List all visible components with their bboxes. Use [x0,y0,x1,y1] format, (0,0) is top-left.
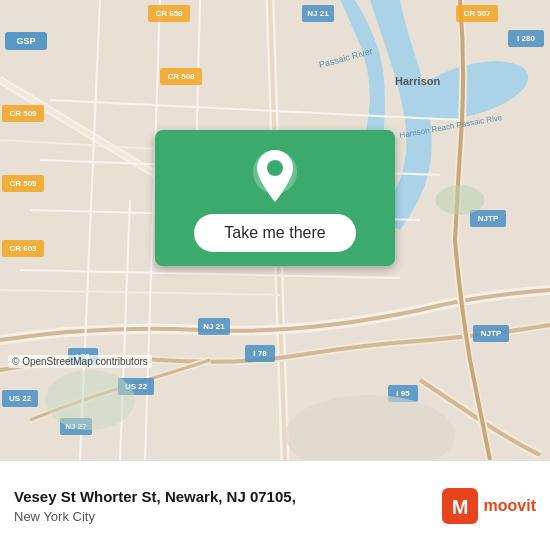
svg-text:Harrison: Harrison [395,75,441,87]
svg-text:I 78: I 78 [253,349,267,358]
svg-text:US 22: US 22 [9,394,32,403]
osm-credit: © OpenStreetMap contributors [8,355,152,368]
address-line1: Vesey St Whorter St, Newark, NJ 07105, [14,487,432,507]
moovit-icon: M [442,488,478,524]
svg-point-56 [45,370,135,430]
map-container: GSP CR 658 NJ 21 CR 507 I 280 CR 509 CR … [0,0,550,460]
svg-text:I 95: I 95 [396,389,410,398]
address-block: Vesey St Whorter St, Newark, NJ 07105, N… [14,487,432,524]
svg-text:GSP: GSP [16,36,35,46]
location-card[interactable]: Take me there [155,130,395,266]
svg-text:CR 507: CR 507 [463,9,491,18]
svg-text:CR 508: CR 508 [167,72,195,81]
moovit-logo[interactable]: M moovit [442,488,536,524]
svg-text:NJTP: NJTP [478,214,499,223]
bottom-bar: Vesey St Whorter St, Newark, NJ 07105, N… [0,460,550,550]
svg-text:NJTP: NJTP [481,329,502,338]
svg-text:CR 658: CR 658 [155,9,183,18]
take-me-there-button[interactable]: Take me there [194,214,355,252]
location-pin-icon [251,148,299,204]
svg-text:NJ 21: NJ 21 [307,9,329,18]
svg-point-57 [435,185,485,215]
svg-point-59 [267,160,283,176]
svg-text:CR 509: CR 509 [9,109,37,118]
svg-text:CR 603: CR 603 [9,244,37,253]
svg-text:NJ 21: NJ 21 [203,322,225,331]
svg-text:CR 509: CR 509 [9,179,37,188]
svg-text:I 280: I 280 [517,34,535,43]
moovit-label: moovit [484,497,536,515]
address-line2: New York City [14,509,432,524]
svg-text:M: M [451,496,468,518]
